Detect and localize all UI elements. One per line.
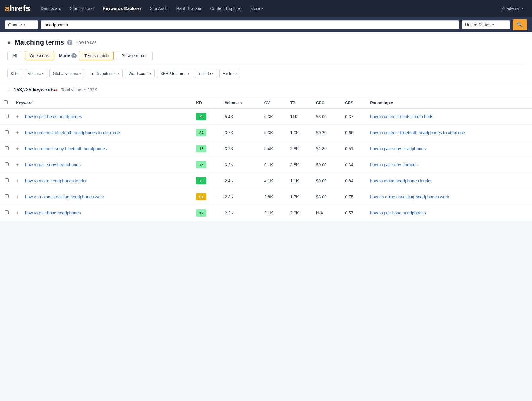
country-select[interactable]: United States ▾ <box>462 20 510 29</box>
kd-cell: 9 <box>192 108 221 125</box>
gv-cell: 4.1K <box>261 173 287 189</box>
search-button[interactable]: 🔍 <box>513 19 527 30</box>
th-parent-topic: Parent topic <box>366 97 532 108</box>
nav-content-explorer[interactable]: Content Explorer <box>206 0 246 17</box>
nav-site-audit[interactable]: Site Audit <box>146 0 172 17</box>
volume-cell: 2.2K <box>221 205 261 221</box>
kd-cell: 16 <box>192 141 221 157</box>
filter-exclude[interactable]: Exclude <box>219 69 240 78</box>
keywords-table: Keyword KD Volume ▾ GV TP CPC CPS Parent… <box>0 97 532 221</box>
keyword-link[interactable]: how to make headphones louder <box>25 178 87 183</box>
how-to-use-link[interactable]: How to use <box>75 40 97 45</box>
row-checkbox-cell[interactable] <box>0 205 12 221</box>
tp-cell: 1.1K <box>286 173 313 189</box>
parent-topic-link[interactable]: how to pair sony earbuds <box>370 162 417 167</box>
parent-topic-link[interactable]: how to make headphones louder <box>370 178 432 183</box>
th-cps[interactable]: CPS <box>341 97 366 108</box>
parent-topic-link[interactable]: how to pair sony headphones <box>370 146 426 151</box>
tab-terms-match[interactable]: Terms match <box>79 51 114 60</box>
nav-academy[interactable]: Academy ↗ <box>497 0 527 17</box>
add-keyword-icon[interactable]: + <box>16 210 23 216</box>
tab-questions[interactable]: Questions <box>25 51 54 60</box>
parent-topic-link[interactable]: how to pair bose headphones <box>370 210 426 215</box>
table-row: + how to pair bose headphones 12 2.2K 3.… <box>0 205 532 221</box>
serp-arrow-icon: ▾ <box>188 72 189 75</box>
volume-cell: 2.4K <box>221 173 261 189</box>
nav-dashboard[interactable]: Dashboard <box>36 0 66 17</box>
row-checkbox-cell[interactable] <box>0 157 12 173</box>
row-checkbox-cell[interactable] <box>0 108 12 125</box>
keyword-cell: + how to connect sony bluetooth headphon… <box>12 141 192 157</box>
keyword-input[interactable] <box>45 22 455 27</box>
add-keyword-icon[interactable]: + <box>16 178 23 184</box>
th-cpc[interactable]: CPC <box>313 97 342 108</box>
cps-cell: 0.51 <box>341 141 366 157</box>
mode-label: Mode ? <box>59 53 77 58</box>
kd-cell: 51 <box>192 189 221 205</box>
row-checkbox[interactable] <box>5 146 9 150</box>
keyword-link[interactable]: how to connect bluetooth headphones to x… <box>25 130 120 135</box>
add-keyword-icon[interactable]: + <box>16 130 23 135</box>
gv-cell: 3.1K <box>261 205 287 221</box>
th-gv[interactable]: GV <box>261 97 287 108</box>
row-checkbox[interactable] <box>5 178 9 182</box>
row-checkbox-cell[interactable] <box>0 125 12 141</box>
cpc-cell: $0.00 <box>313 157 342 173</box>
tab-phrase-match[interactable]: Phrase match <box>116 51 152 60</box>
keyword-link[interactable]: how do noise canceling headphones work <box>25 194 104 199</box>
sidebar-toggle-icon[interactable]: ≡ <box>7 39 11 46</box>
row-checkbox-cell[interactable] <box>0 141 12 157</box>
filter-include[interactable]: Include ▾ <box>195 69 217 78</box>
country-label: United States <box>465 22 490 27</box>
row-checkbox-cell[interactable] <box>0 173 12 189</box>
more-arrow-icon: ▾ <box>261 7 263 10</box>
nav-keywords-explorer[interactable]: Keywords Explorer <box>99 0 146 17</box>
cpc-cell: $1.80 <box>313 141 342 157</box>
table-row: + how to connect bluetooth headphones to… <box>0 125 532 141</box>
row-checkbox[interactable] <box>5 114 9 118</box>
kd-badge: 15 <box>196 161 206 168</box>
filter-global-volume[interactable]: Global volume ▾ <box>49 69 84 78</box>
nav-site-explorer[interactable]: Site Explorer <box>66 0 99 17</box>
th-keyword: Keyword <box>12 97 192 108</box>
filter-serp-features[interactable]: SERP features ▾ <box>157 69 192 78</box>
select-all-checkbox[interactable] <box>4 100 8 104</box>
row-checkbox[interactable] <box>5 130 9 134</box>
parent-topic-link[interactable]: how to connect bluetooth headphones to x… <box>370 130 465 135</box>
table-menu-icon[interactable]: ≡ <box>7 87 10 93</box>
search-engine-select[interactable]: Google ▾ <box>5 20 38 29</box>
row-checkbox[interactable] <box>5 210 9 214</box>
add-keyword-icon[interactable]: + <box>16 146 23 151</box>
logo[interactable]: ahrefs <box>5 4 30 13</box>
th-tp[interactable]: TP <box>286 97 313 108</box>
add-keyword-icon[interactable]: + <box>16 162 23 167</box>
row-checkbox-cell[interactable] <box>0 189 12 205</box>
mode-help-icon[interactable]: ? <box>71 53 77 58</box>
filter-row: KD ▾ Volume ▾ Global volume ▾ Traffic po… <box>7 65 525 83</box>
add-keyword-icon[interactable]: + <box>16 194 23 200</box>
cpc-cell: $0.00 <box>313 173 342 189</box>
nav-rank-tracker[interactable]: Rank Tracker <box>172 0 206 17</box>
keyword-link[interactable]: how to pair beats headphones <box>25 114 82 119</box>
filter-traffic-potential[interactable]: Traffic potential ▾ <box>87 69 123 78</box>
cpc-cell: $3.00 <box>313 189 342 205</box>
keyword-link[interactable]: how to pair bose headphones <box>25 210 81 215</box>
filter-word-count[interactable]: Word count ▾ <box>125 69 155 78</box>
add-keyword-icon[interactable]: + <box>16 114 23 119</box>
page-help-icon[interactable]: ? <box>67 40 72 45</box>
th-volume[interactable]: Volume ▾ <box>221 97 261 108</box>
filter-kd[interactable]: KD ▾ <box>7 69 22 78</box>
nav-more[interactable]: More ▾ <box>246 0 267 17</box>
row-checkbox[interactable] <box>5 162 9 166</box>
keyword-search-field[interactable] <box>41 20 459 29</box>
keyword-link[interactable]: how to connect sony bluetooth headphones <box>25 146 107 151</box>
parent-topic-link[interactable]: how do noise canceling headphones work <box>370 194 449 199</box>
tab-all[interactable]: All <box>7 51 22 60</box>
keyword-link[interactable]: how to pair sony headphones <box>25 162 81 167</box>
th-select-all[interactable] <box>0 97 12 108</box>
th-kd[interactable]: KD <box>192 97 221 108</box>
parent-topic-link[interactable]: how to connect beats studio buds <box>370 114 433 119</box>
filter-volume[interactable]: Volume ▾ <box>25 69 47 78</box>
row-checkbox[interactable] <box>5 194 9 198</box>
keyword-cell: + how to make headphones louder <box>12 173 192 189</box>
